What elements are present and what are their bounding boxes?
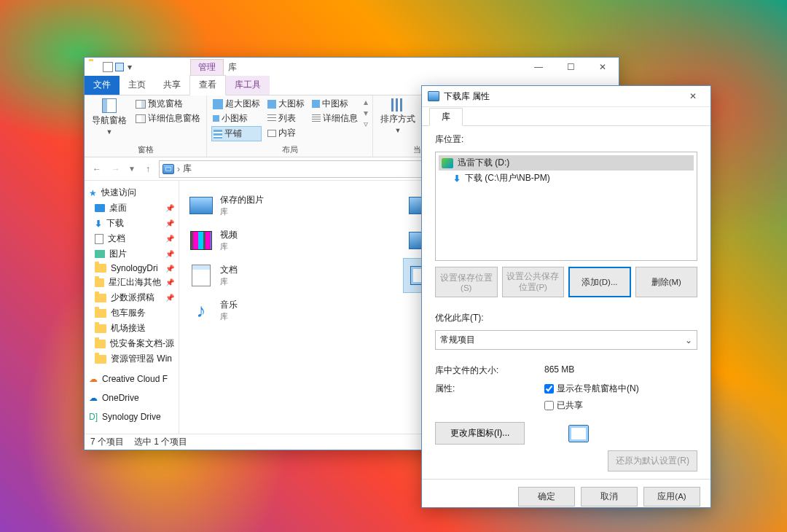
large-icon [267,100,276,109]
locations-listbox[interactable]: 迅雷下载 (D:) ⬇ 下载 (C:\用户\NB-PM) [435,152,697,261]
details-pane-button[interactable]: 详细信息窗格 [134,112,202,125]
dialog-close-button[interactable]: ✕ [680,86,706,106]
qat-dropdown[interactable]: ▾ [128,62,132,72]
layout-content[interactable]: 内容 [266,126,306,140]
expand-icon[interactable]: ▿ [364,119,368,129]
layout-list[interactable]: 列表 [266,112,306,125]
tab-share[interactable]: 共享 [154,76,189,95]
folder-icon [95,264,106,273]
maximize-button[interactable]: ☐ [555,58,587,77]
layout-medium[interactable]: 中图标 [310,97,359,111]
document-icon [95,234,103,244]
tab-file[interactable]: 文件 [85,76,120,95]
layout-extralarge[interactable]: 超大图标 [211,97,262,111]
sidebar-synology-drive[interactable]: D]Synology Drive [85,410,179,423]
sort-button[interactable]: 排序方式 ▼ [377,97,418,136]
folder-icon [95,278,104,287]
qat-newfolder-icon[interactable] [103,62,113,72]
forward-button[interactable]: → [108,161,124,177]
dialog-titlebar[interactable]: 下载库 属性 ✕ [422,86,710,107]
sidebar-item-downloads[interactable]: ⬇下载📌 [85,216,179,231]
library-icon [428,91,439,101]
tab-view[interactable]: 查看 [189,75,226,95]
close-button[interactable]: ✕ [587,58,619,77]
folder-icon [95,324,106,333]
video-library-icon [190,231,212,250]
preview-pane-icon [136,100,146,109]
sidebar-item-folder[interactable]: 星汇出海其他📌 [85,275,179,290]
icon-row: 更改库图标(I)... [435,422,697,445]
dialog-tabs: 库 [422,107,710,126]
minimize-button[interactable]: ― [522,58,555,77]
sidebar-item-folder[interactable]: 资源管理器 Win [85,351,179,367]
set-public-save-button[interactable]: 设置公共保存位置(P) [502,267,565,297]
change-icon-button[interactable]: 更改库图标(I)... [435,422,525,445]
scroll-up-icon[interactable]: ▴ [364,97,368,107]
tab-library-tools[interactable]: 库工具 [226,76,270,95]
list-icon [267,114,276,123]
scroll-down-icon[interactable]: ▾ [364,108,368,118]
recent-dropdown[interactable]: ▼ [127,161,137,177]
up-button[interactable]: ↑ [140,161,156,177]
synology-icon: D] [89,412,98,422]
titlebar[interactable]: ▾ 管理 库 ― ☐ ✕ [85,58,619,77]
sidebar-onedrive[interactable]: ☁OneDrive [85,391,179,404]
ribbon-group-layout: 超大图标 小图标 平铺 大图标 列表 内容 中图标 详细信息 ▴ ▾ ▿ [207,95,373,157]
qat-checkbox-icon[interactable] [115,63,124,71]
cancel-button[interactable]: 取消 [581,487,638,506]
onedrive-icon: ☁ [89,393,98,403]
location-item[interactable]: 迅雷下载 (D:) [439,155,694,171]
dialog-tab-library[interactable]: 库 [429,108,463,126]
layout-details[interactable]: 详细信息 [310,112,359,125]
music-library-icon: ♪ [197,300,206,322]
sidebar-item-folder[interactable]: 机场接送 [85,321,179,336]
chevron-icon[interactable]: › [177,164,180,174]
tab-home[interactable]: 主页 [120,76,154,95]
sidebar-item-folder[interactable]: 少数派撰稿📌 [85,290,179,305]
sidebar-item-pictures[interactable]: 图片📌 [85,246,179,262]
preview-pane-button[interactable]: 预览窗格 [134,97,202,111]
breadcrumb-item[interactable]: 库 [183,163,192,175]
current-library-icon [568,425,589,442]
library-properties-dialog: 下载库 属性 ✕ 库 库位置: 迅雷下载 (D:) ⬇ 下载 (C:\用户\NB… [421,85,711,508]
layout-large[interactable]: 大图标 [266,97,306,111]
layout-small[interactable]: 小图标 [211,112,262,125]
sidebar-item-folder[interactable]: 包车服务 [85,305,179,321]
details-pane-icon [136,114,146,123]
sidebar-item-desktop[interactable]: 桌面📌 [85,200,179,216]
pictures-library-icon [189,197,213,214]
sidebar-item-folder[interactable]: 悦安备案文档-源 [85,336,179,351]
library-item[interactable]: ♪音乐库 [184,293,396,328]
show-in-nav-checkbox[interactable]: 显示在导航窗格中(N) [544,383,639,395]
apply-button[interactable]: 应用(A) [643,487,700,506]
group-label-layout: 布局 [282,143,298,157]
nav-pane-button[interactable]: 导航窗格 ▼ [89,97,130,137]
ok-button[interactable]: 确定 [518,487,575,506]
ribbon-group-panes: 导航窗格 ▼ 预览窗格 详细信息窗格 窗格 [85,95,207,157]
restore-defaults-button[interactable]: 还原为默认设置(R) [608,450,697,472]
contextual-tab-label: 管理 [190,59,224,75]
sidebar-item-documents[interactable]: 文档📌 [85,231,179,246]
layout-tiles[interactable]: 平铺 [211,126,262,141]
dialog-body: 库位置: 迅雷下载 (D:) ⬇ 下载 (C:\用户\NB-PM) 设置保存位置… [422,126,710,479]
pin-icon: 📌 [165,278,174,286]
document-library-icon [192,265,211,286]
nav-sidebar[interactable]: ★快速访问 桌面📌 ⬇下载📌 文档📌 图片📌 SynologyDri📌 星汇出海… [85,181,179,434]
sidebar-quick-access[interactable]: ★快速访问 [85,185,179,200]
set-save-location-button[interactable]: 设置保存位置(S) [435,267,498,297]
pin-icon: 📌 [165,219,174,227]
location-item[interactable]: ⬇ 下载 (C:\用户\NB-PM) [439,171,694,186]
shared-checkbox[interactable]: 已共享 [544,399,639,412]
back-button[interactable]: ← [89,161,105,177]
library-item[interactable]: 保存的图片库 [184,188,396,223]
library-item[interactable]: 文档库 [184,258,396,293]
sidebar-item-synology[interactable]: SynologyDri📌 [85,262,179,275]
remove-location-button[interactable]: 删除(M) [635,267,698,297]
add-location-button[interactable]: 添加(D)... [568,267,631,297]
optimize-select[interactable]: 常规项目 ⌄ [435,330,697,350]
library-item[interactable]: 视频库 [184,223,396,258]
tiles-icon [214,130,222,138]
cloud-icon: ☁ [89,374,98,384]
desktop-icon [95,204,105,212]
sidebar-creative-cloud[interactable]: ☁Creative Cloud F [85,372,179,386]
